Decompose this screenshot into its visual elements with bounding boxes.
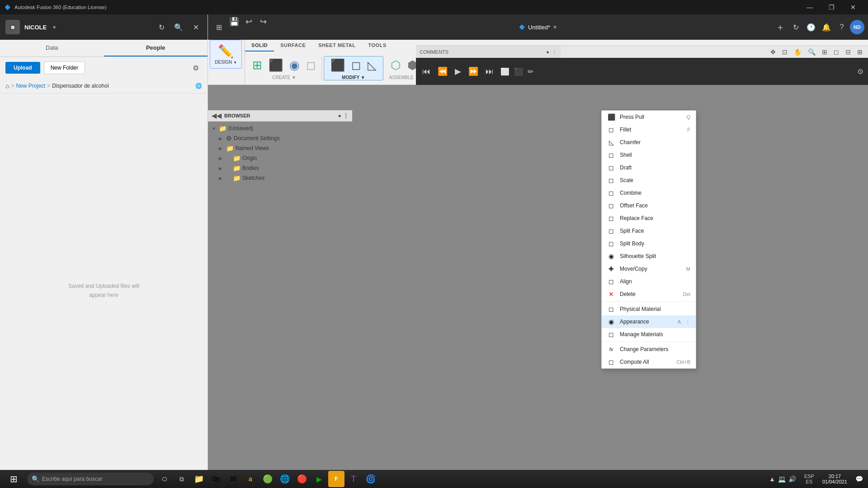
taskbar-edge[interactable]: 🌐: [277, 471, 293, 487]
menu-item-draft[interactable]: ◻ Draft: [602, 161, 696, 174]
close-left-icon[interactable]: ✕: [189, 21, 202, 33]
vt-pan-icon[interactable]: ✋: [792, 47, 803, 56]
tree-item-unsaved[interactable]: ▼ 📁 (Unsaved) ● ⚙: [208, 123, 352, 133]
minimize-button[interactable]: —: [799, 0, 820, 14]
vis-icon-sketches[interactable]: 👁: [226, 175, 231, 181]
taskbar-fusion360[interactable]: F: [328, 471, 344, 487]
create-more-btn[interactable]: ◻: [303, 56, 319, 74]
maximize-button[interactable]: ❐: [821, 0, 842, 14]
taskbar-cortana[interactable]: ○: [156, 471, 173, 487]
playback-prev-icon[interactable]: ⏪: [436, 65, 449, 78]
globe-icon[interactable]: 🌐: [195, 83, 202, 89]
modify-press-pull-btn[interactable]: ⬛: [328, 56, 348, 74]
username-label[interactable]: NICOLE: [24, 24, 47, 31]
vt-zoom-icon[interactable]: 🔍: [806, 47, 817, 56]
menu-item-manage-materials[interactable]: ◻ Manage Materials: [602, 328, 696, 341]
timeline-body-icon[interactable]: ⬛: [513, 66, 524, 77]
upload-button[interactable]: Upload: [5, 62, 40, 74]
playback-play-icon[interactable]: ▶: [453, 65, 463, 78]
panel-settings-icon[interactable]: ⚙: [189, 61, 202, 74]
tree-item-named-views[interactable]: ▶ 📁 Named Views: [208, 143, 352, 153]
tree-item-origin[interactable]: ▶ 👁 📁 Origin: [208, 153, 352, 163]
menu-item-split-face[interactable]: ◻ Split Face: [602, 225, 696, 237]
menu-item-physical-material[interactable]: ◻ Physical Material: [602, 303, 696, 315]
timeline-sketch-icon[interactable]: ✏: [526, 66, 535, 77]
vt-move-icon[interactable]: ✥: [769, 47, 778, 56]
taskbar-chrome[interactable]: 🔴: [294, 471, 310, 487]
vt-orbit-icon[interactable]: ⊡: [780, 47, 789, 56]
timeline-select-icon[interactable]: ⬜: [499, 66, 511, 77]
menu-item-appearance[interactable]: ◉ Appearance A ⋮: [602, 315, 696, 328]
breadcrumb-home-icon[interactable]: ⌂: [5, 82, 9, 89]
tab-people[interactable]: People: [104, 40, 208, 56]
menu-item-fillet[interactable]: ◻ Fillet F: [602, 123, 696, 136]
search-icon[interactable]: 🔍: [172, 21, 185, 33]
browser-more-icon[interactable]: ⋮: [343, 113, 349, 119]
modify-group-label[interactable]: MODIFY ▼: [342, 75, 365, 80]
taskbar-explorer[interactable]: 📁: [191, 471, 207, 487]
design-button[interactable]: ✏️ DESIGN ▼: [210, 40, 242, 69]
timeline-settings-icon[interactable]: ⚙: [857, 67, 863, 76]
menu-item-align[interactable]: ◻ Align: [602, 275, 696, 288]
ribbon-tab-surface[interactable]: SURFACE: [274, 40, 312, 52]
taskbar-app2[interactable]: 🌀: [363, 471, 379, 487]
search-bar[interactable]: 🔍 Escribe aquí para buscar: [27, 473, 154, 485]
settings-icon-unsaved[interactable]: ⚙: [344, 125, 349, 131]
doc-close-icon[interactable]: ✕: [553, 24, 557, 30]
tray-network-icon[interactable]: 💻: [777, 474, 787, 483]
vis-icon-bodies[interactable]: 👁: [226, 165, 231, 171]
tree-item-doc-settings[interactable]: ▶ ⚙ Document Settings: [208, 133, 352, 143]
menu-item-move-copy[interactable]: ✚ Move/Copy M: [602, 263, 696, 275]
tray-arrow-icon[interactable]: ▲: [768, 474, 776, 483]
user-avatar-icon[interactable]: ND: [850, 20, 864, 34]
create-new-body-btn[interactable]: ⊞: [250, 56, 265, 74]
taskbar-amazon[interactable]: a: [242, 471, 259, 487]
menu-item-compute-all[interactable]: ◻ Compute All Ctrl+B: [602, 356, 696, 368]
taskbar-app1[interactable]: 🟢: [259, 471, 276, 487]
vt-grid2-icon[interactable]: ⊞: [855, 47, 864, 56]
playback-end-icon[interactable]: ⏭: [484, 65, 495, 78]
vis-icon-unsaved[interactable]: ●: [339, 125, 342, 131]
menu-item-chamfer[interactable]: ◺ Chamfer: [602, 136, 696, 149]
refresh-icon[interactable]: ↻: [155, 21, 168, 33]
add-document-icon[interactable]: ＋: [773, 20, 788, 34]
redo-icon[interactable]: ↪: [256, 14, 270, 29]
menu-item-split-body[interactable]: ◻ Split Body: [602, 237, 696, 250]
taskbar-playstore[interactable]: ▶: [311, 471, 327, 487]
notification-button[interactable]: 💬: [853, 470, 865, 488]
assemble-btn1[interactable]: ⬡: [388, 56, 404, 74]
menu-item-offset-face[interactable]: ◻ Offset Face: [602, 199, 696, 212]
notification-icon[interactable]: 🔔: [819, 20, 834, 34]
tab-data[interactable]: Data: [0, 40, 104, 56]
save-icon[interactable]: 💾: [227, 14, 241, 29]
undo-icon[interactable]: ↩: [241, 14, 256, 29]
vt-zoom-fit-icon[interactable]: ⊞: [820, 47, 829, 56]
menu-item-shell[interactable]: ◻ Shell: [602, 149, 696, 161]
taskbar-mail[interactable]: ✉: [225, 471, 241, 487]
taskbar-taskview[interactable]: ⧉: [174, 471, 190, 487]
create-revolve-btn[interactable]: ◉: [287, 56, 302, 74]
browser-toggle-icon[interactable]: ◀◀: [212, 112, 222, 119]
ribbon-tab-tools[interactable]: TOOLS: [362, 40, 393, 52]
comments-toggle-icon[interactable]: ⋮: [552, 49, 557, 55]
vt-grid-icon[interactable]: ⊟: [844, 47, 853, 56]
browser-view-icon[interactable]: ●: [338, 113, 341, 119]
taskbar-teams[interactable]: T: [345, 471, 362, 487]
playback-next-icon[interactable]: ⏩: [467, 65, 480, 78]
taskbar-store[interactable]: 🛍: [208, 471, 224, 487]
history-icon[interactable]: 🕐: [804, 20, 818, 34]
vt-display-icon[interactable]: ◻: [832, 47, 841, 56]
menu-item-replace-face[interactable]: ◻ Replace Face: [602, 212, 696, 225]
menu-item-silhouette-split[interactable]: ◉ Silhouette Split: [602, 250, 696, 263]
avatar[interactable]: 🔲: [5, 20, 20, 34]
create-extrude-btn[interactable]: ⬛: [266, 56, 286, 74]
tree-item-sketches[interactable]: ▶ 👁 📁 Sketches: [208, 173, 352, 183]
close-button[interactable]: ✕: [843, 0, 863, 14]
refresh-icon[interactable]: ↻: [788, 20, 803, 34]
tray-volume-icon[interactable]: 🔊: [788, 474, 797, 483]
playback-start-icon[interactable]: ⏮: [420, 65, 432, 78]
ribbon-tab-solid[interactable]: SOLID: [245, 40, 274, 52]
menu-item-delete[interactable]: ✕ Delete Del: [602, 288, 696, 300]
tree-item-bodies[interactable]: ▶ 👁 📁 Bodies: [208, 163, 352, 173]
clock[interactable]: 20:17 01/04/2021: [818, 474, 852, 484]
